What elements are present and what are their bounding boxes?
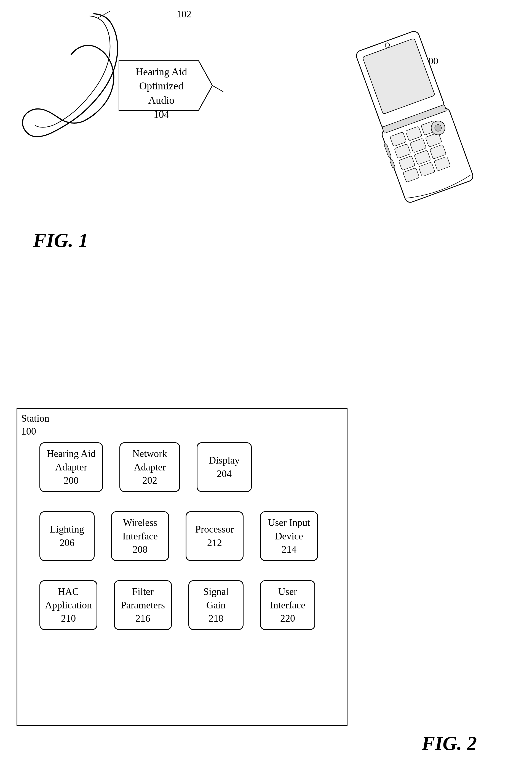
fig2-label: FIG. 2 <box>422 732 477 755</box>
user-interface-box: UserInterface220 <box>260 580 315 630</box>
network-adapter-box: NetworkAdapter202 <box>119 442 180 492</box>
station-box: Station 100 Hearing AidAdapter200 Networ… <box>17 408 348 726</box>
fig1-label: FIG. 1 <box>33 229 88 252</box>
audio-label-container: Hearing Aid Optimized Audio 104 <box>119 58 223 114</box>
svg-line-4 <box>212 86 223 98</box>
phone-illustration <box>334 28 499 222</box>
fig1-section: 102 100 Hearing Aid Optimized Audio <box>0 0 532 386</box>
lighting-box: Lighting206 <box>39 511 95 561</box>
hearing-aid-illustration <box>17 6 121 155</box>
signal-gain-box: SignalGain218 <box>188 580 244 630</box>
station-label: Station 100 <box>21 412 49 438</box>
hac-application-box: HACApplication210 <box>39 580 97 630</box>
hearing-aid-adapter-box: Hearing AidAdapter200 <box>39 442 103 492</box>
filter-parameters-box: FilterParameters216 <box>114 580 172 630</box>
display-box: Display204 <box>196 442 252 492</box>
audio-label-text: Hearing Aid Optimized Audio 104 <box>124 65 198 121</box>
wireless-interface-box: WirelessInterface208 <box>111 511 169 561</box>
fig2-section: Station 100 Hearing AidAdapter200 Networ… <box>0 386 532 777</box>
processor-box: Processor212 <box>185 511 244 561</box>
ref-102: 102 <box>176 8 191 20</box>
user-input-device-box: User InputDevice214 <box>260 511 318 561</box>
